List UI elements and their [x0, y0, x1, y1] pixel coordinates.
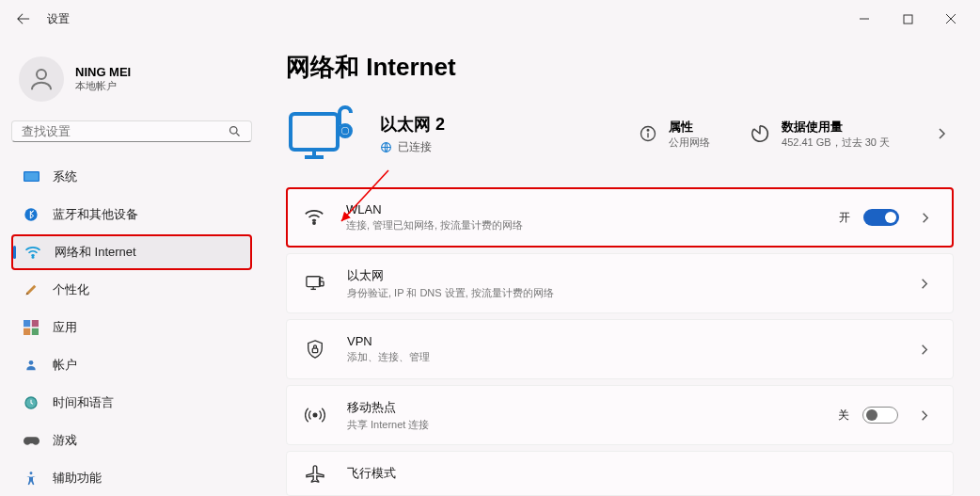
- profile-name: NING MEI: [75, 65, 131, 79]
- minimize-icon: [859, 13, 870, 24]
- svg-point-3: [230, 127, 238, 135]
- sidebar: NING MEI 本地帐户 系统 蓝牙和其他设备 网络和 Internet: [0, 38, 263, 496]
- card-title: 以太网: [347, 267, 911, 284]
- maximize-button[interactable]: [886, 4, 929, 34]
- data-usage-icon: [750, 123, 770, 144]
- nav-games[interactable]: 游戏: [11, 423, 252, 458]
- nav-accessibility[interactable]: 辅助功能: [11, 460, 252, 496]
- titlebar: 设置: [0, 0, 980, 38]
- apps-icon: [23, 319, 40, 336]
- close-icon: [945, 13, 956, 24]
- chevron-right-icon: [920, 278, 928, 290]
- bluetooth-icon: [23, 206, 40, 223]
- svg-line-4: [236, 133, 239, 136]
- airplane-icon: [304, 462, 326, 485]
- card-sub: 身份验证, IP 和 DNS 设置, 按流量计费的网络: [347, 286, 911, 300]
- search-box[interactable]: [11, 120, 252, 142]
- hotspot-icon: [304, 404, 326, 426]
- window-title: 设置: [47, 11, 70, 27]
- data-usage-heading: 数据使用量: [782, 119, 890, 136]
- accounts-icon: [23, 357, 40, 374]
- back-button[interactable]: [8, 3, 40, 35]
- svg-rect-9: [24, 320, 30, 327]
- nav-time[interactable]: 时间和语言: [11, 385, 252, 421]
- svg-rect-10: [32, 320, 39, 327]
- nav-label: 时间和语言: [53, 394, 114, 411]
- chevron-right-icon: [921, 212, 929, 224]
- card-title: 飞行模式: [347, 465, 936, 482]
- vpn-shield-icon: [304, 338, 326, 360]
- svg-point-20: [344, 130, 347, 133]
- info-icon: [639, 124, 657, 143]
- close-button[interactable]: [929, 4, 972, 34]
- page-title: 网络和 Internet: [286, 51, 954, 84]
- svg-point-7: [24, 208, 37, 220]
- svg-rect-30: [312, 348, 317, 353]
- connection-status: 以太网 2 已连接 属性 公用网络 数据使用量: [286, 101, 954, 167]
- status-expand[interactable]: [929, 127, 954, 140]
- data-usage-sub: 452.41 GB，过去 30 天: [782, 136, 890, 150]
- nav-network[interactable]: 网络和 Internet: [11, 234, 252, 270]
- hotspot-chevron[interactable]: [911, 409, 936, 422]
- svg-point-13: [29, 360, 34, 365]
- wlan-state-label: 开: [839, 210, 850, 226]
- nav-apps[interactable]: 应用: [11, 310, 252, 345]
- properties-block[interactable]: 属性 公用网络: [639, 119, 710, 150]
- card-title: WLAN: [346, 202, 839, 216]
- clock-icon: [23, 394, 40, 411]
- search-input[interactable]: [22, 124, 228, 138]
- svg-rect-11: [24, 328, 30, 335]
- svg-point-15: [30, 472, 33, 474]
- hotspot-card[interactable]: 移动热点 共享 Internet 连接 关: [286, 385, 954, 445]
- person-icon: [27, 65, 55, 93]
- connection-state: 已连接: [398, 139, 432, 155]
- card-sub: 添加、连接、管理: [347, 350, 911, 364]
- svg-point-24: [647, 129, 649, 131]
- nav-label: 蓝牙和其他设备: [53, 206, 138, 223]
- main: 网络和 Internet 以太网 2 已连接: [263, 38, 980, 496]
- nav-label: 辅助功能: [53, 470, 102, 487]
- wlan-icon: [303, 206, 325, 229]
- wlan-toggle[interactable]: [863, 209, 899, 226]
- profile-block[interactable]: NING MEI 本地帐户: [11, 47, 252, 120]
- nav: 系统 蓝牙和其他设备 网络和 Internet 个性化 应用 帐户: [11, 159, 252, 496]
- svg-rect-6: [24, 172, 38, 181]
- ethernet-chevron[interactable]: [911, 278, 936, 290]
- vpn-card[interactable]: VPN 添加、连接、管理: [286, 319, 954, 379]
- airplane-card[interactable]: 飞行模式: [286, 451, 954, 496]
- hotspot-toggle[interactable]: [862, 407, 898, 424]
- search-icon: [228, 124, 242, 138]
- card-title: 移动热点: [347, 399, 838, 416]
- nav-label: 网络和 Internet: [55, 244, 136, 261]
- nav-accounts[interactable]: 帐户: [11, 347, 252, 383]
- network-monitor-icon: [286, 101, 363, 167]
- card-title: VPN: [347, 334, 911, 348]
- svg-rect-12: [32, 328, 39, 335]
- nav-bluetooth[interactable]: 蓝牙和其他设备: [11, 197, 252, 232]
- brush-icon: [23, 281, 40, 298]
- nav-personalize[interactable]: 个性化: [11, 272, 252, 308]
- connection-name: 以太网 2: [380, 113, 445, 136]
- minimize-button[interactable]: [843, 4, 886, 34]
- wlan-chevron[interactable]: [912, 212, 937, 224]
- profile-type: 本地帐户: [75, 79, 131, 93]
- card-sub: 连接, 管理已知网络, 按流量计费的网络: [346, 218, 839, 232]
- arrow-left-icon: [17, 12, 30, 25]
- data-usage-block[interactable]: 数据使用量 452.41 GB，过去 30 天: [750, 119, 890, 150]
- properties-sub: 公用网络: [669, 136, 710, 150]
- nav-system[interactable]: 系统: [11, 159, 252, 195]
- nav-label: 应用: [53, 319, 77, 336]
- vpn-chevron[interactable]: [911, 344, 936, 356]
- ethernet-card[interactable]: 以太网 身份验证, IP 和 DNS 设置, 按流量计费的网络: [286, 253, 954, 313]
- hotspot-state-label: 关: [838, 408, 849, 424]
- wlan-card[interactable]: WLAN 连接, 管理已知网络, 按流量计费的网络 开: [286, 187, 954, 248]
- svg-rect-16: [291, 114, 338, 150]
- nav-label: 个性化: [53, 281, 89, 298]
- svg-point-8: [32, 257, 34, 259]
- nav-label: 游戏: [53, 432, 77, 449]
- svg-rect-29: [320, 281, 324, 286]
- maximize-icon: [903, 14, 913, 24]
- svg-rect-1: [904, 15, 912, 24]
- nav-label: 帐户: [53, 357, 77, 374]
- card-sub: 共享 Internet 连接: [347, 418, 838, 432]
